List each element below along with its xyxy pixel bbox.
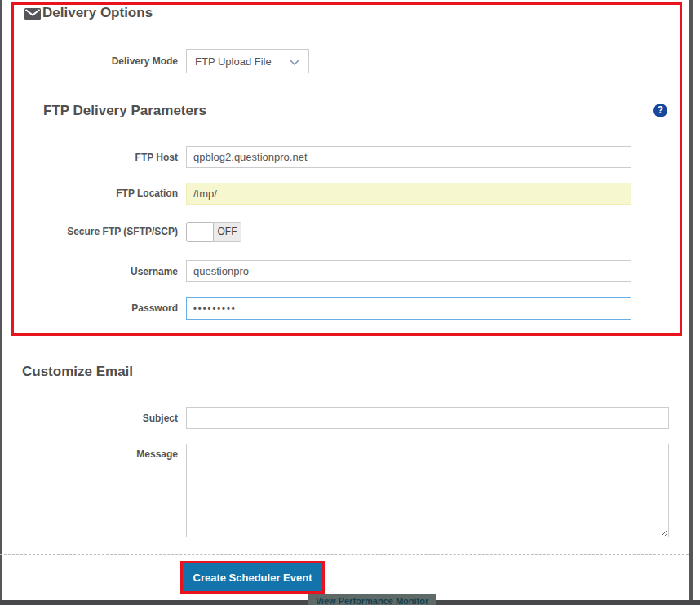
customize-email-title: Customize Email (22, 364, 133, 380)
ftp-location-label: FTP Location (0, 188, 178, 199)
annotation-rectangle-delivery-options (11, 2, 682, 336)
toggle-state-label: OFF (214, 223, 241, 241)
annotation-rectangle-create-button: Create Scheduler Event (180, 561, 325, 594)
message-label: Message (0, 448, 178, 460)
right-scrollbar[interactable] (689, 0, 693, 605)
delivery-mode-label: Delivery Mode (0, 55, 178, 67)
status-popup: View Performance Monitor (308, 594, 436, 605)
ftp-location-input[interactable] (186, 183, 631, 205)
message-textarea[interactable] (186, 444, 669, 537)
password-input[interactable] (186, 297, 631, 320)
toggle-knob (186, 222, 214, 242)
secure-ftp-toggle[interactable]: OFF (186, 222, 241, 242)
delivery-mode-selected-value: FTP Upload File (195, 55, 272, 68)
scheduler-form-page: Delivery Options Delivery Mode FTP Uploa… (0, 0, 700, 605)
password-label: Password (0, 302, 178, 314)
footer-separator (0, 554, 689, 555)
envelope-icon (24, 8, 41, 23)
delivery-options-title: Delivery Options (42, 5, 153, 21)
create-scheduler-event-button[interactable]: Create Scheduler Event (183, 563, 322, 591)
help-icon[interactable]: ? (653, 104, 667, 117)
delivery-mode-select[interactable]: FTP Upload File (186, 49, 309, 73)
subject-input[interactable] (186, 407, 669, 429)
subject-label: Subject (0, 413, 178, 424)
username-input[interactable] (186, 260, 631, 282)
ftp-host-label: FTP Host (0, 152, 178, 163)
chevron-down-icon (289, 54, 300, 68)
secure-ftp-label: Secure FTP (SFTP/SCP) (0, 226, 178, 237)
ftp-host-input[interactable] (186, 146, 631, 168)
username-label: Username (0, 266, 178, 277)
ftp-parameters-title: FTP Delivery Parameters (43, 103, 206, 119)
